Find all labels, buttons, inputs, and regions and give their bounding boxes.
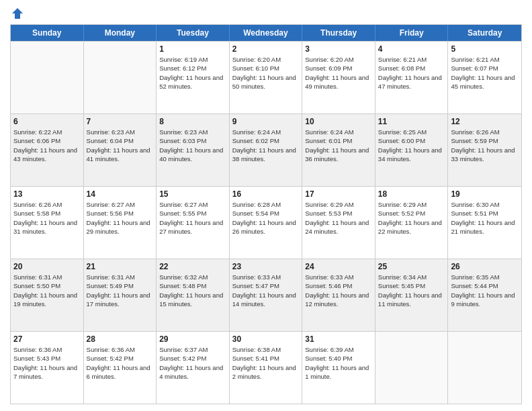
day-number: 9 (232, 116, 300, 127)
day-number: 30 (232, 334, 300, 345)
day-info: Sunrise: 6:21 AM Sunset: 6:08 PM Dayligh… (378, 55, 445, 91)
calendar-cell: 24Sunrise: 6:33 AM Sunset: 5:46 PM Dayli… (302, 259, 375, 331)
calendar-page: SundayMondayTuesdayWednesdayThursdayFrid… (0, 0, 532, 411)
day-info: Sunrise: 6:23 AM Sunset: 6:04 PM Dayligh… (87, 128, 154, 163)
svg-marker-0 (12, 8, 23, 19)
day-info: Sunrise: 6:33 AM Sunset: 5:46 PM Dayligh… (305, 273, 372, 308)
day-number: 17 (305, 189, 372, 199)
day-info: Sunrise: 6:22 AM Sunset: 6:06 PM Dayligh… (13, 128, 81, 163)
calendar-cell: 18Sunrise: 6:29 AM Sunset: 5:52 PM Dayli… (375, 187, 449, 259)
day-number: 8 (159, 116, 226, 127)
calendar-cell: 3Sunrise: 6:20 AM Sunset: 6:09 PM Daylig… (302, 42, 375, 113)
day-info: Sunrise: 6:36 AM Sunset: 5:43 PM Dayligh… (13, 345, 81, 381)
day-info: Sunrise: 6:31 AM Sunset: 5:49 PM Dayligh… (87, 273, 154, 308)
weekday-header: Thursday (302, 25, 375, 41)
calendar-cell: 8Sunrise: 6:23 AM Sunset: 6:03 PM Daylig… (157, 114, 230, 186)
weekday-header: Sunday (11, 25, 84, 41)
day-info: Sunrise: 6:24 AM Sunset: 6:01 PM Dayligh… (305, 128, 372, 163)
day-info: Sunrise: 6:19 AM Sunset: 6:12 PM Dayligh… (159, 55, 226, 91)
calendar-cell: 7Sunrise: 6:23 AM Sunset: 6:04 PM Daylig… (84, 114, 157, 186)
weekday-header: Friday (375, 25, 449, 41)
day-number: 2 (232, 44, 300, 54)
day-number: 26 (451, 261, 519, 272)
calendar-cell: 17Sunrise: 6:29 AM Sunset: 5:53 PM Dayli… (302, 187, 375, 259)
day-info: Sunrise: 6:24 AM Sunset: 6:02 PM Dayligh… (232, 128, 300, 163)
calendar-cell (448, 332, 521, 404)
day-info: Sunrise: 6:30 AM Sunset: 5:51 PM Dayligh… (451, 200, 519, 236)
day-number: 31 (305, 334, 372, 345)
calendar-cell (84, 42, 157, 113)
weekday-header: Tuesday (157, 25, 230, 41)
day-number: 18 (378, 189, 445, 199)
day-number: 24 (305, 261, 372, 272)
calendar-cell: 11Sunrise: 6:25 AM Sunset: 6:00 PM Dayli… (375, 114, 449, 186)
day-number: 28 (87, 334, 154, 345)
day-info: Sunrise: 6:32 AM Sunset: 5:48 PM Dayligh… (159, 273, 226, 308)
calendar-cell: 28Sunrise: 6:36 AM Sunset: 5:42 PM Dayli… (84, 332, 157, 404)
calendar-cell: 29Sunrise: 6:37 AM Sunset: 5:42 PM Dayli… (157, 332, 230, 404)
day-info: Sunrise: 6:29 AM Sunset: 5:52 PM Dayligh… (378, 200, 445, 236)
calendar-cell: 6Sunrise: 6:22 AM Sunset: 6:06 PM Daylig… (11, 114, 84, 186)
day-number: 15 (159, 189, 226, 199)
calendar-cell: 22Sunrise: 6:32 AM Sunset: 5:48 PM Dayli… (157, 259, 230, 331)
day-number: 7 (87, 116, 154, 127)
day-info: Sunrise: 6:26 AM Sunset: 5:58 PM Dayligh… (13, 200, 81, 236)
day-number: 29 (159, 334, 226, 345)
day-info: Sunrise: 6:25 AM Sunset: 6:00 PM Dayligh… (378, 128, 445, 163)
day-number: 10 (305, 116, 372, 127)
calendar-cell: 26Sunrise: 6:35 AM Sunset: 5:44 PM Dayli… (448, 259, 521, 331)
day-info: Sunrise: 6:27 AM Sunset: 5:55 PM Dayligh… (159, 200, 226, 236)
day-info: Sunrise: 6:21 AM Sunset: 6:07 PM Dayligh… (451, 55, 519, 91)
day-number: 22 (159, 261, 226, 272)
logo (10, 7, 25, 19)
day-info: Sunrise: 6:29 AM Sunset: 5:53 PM Dayligh… (305, 200, 372, 236)
day-info: Sunrise: 6:23 AM Sunset: 6:03 PM Dayligh… (159, 128, 226, 163)
calendar-cell: 30Sunrise: 6:38 AM Sunset: 5:41 PM Dayli… (230, 332, 303, 404)
calendar-cell (375, 332, 449, 404)
calendar-cell: 4Sunrise: 6:21 AM Sunset: 6:08 PM Daylig… (375, 42, 449, 113)
calendar-week: 20Sunrise: 6:31 AM Sunset: 5:50 PM Dayli… (11, 259, 521, 331)
header (10, 7, 522, 19)
day-number: 12 (451, 116, 519, 127)
day-info: Sunrise: 6:36 AM Sunset: 5:42 PM Dayligh… (87, 345, 154, 381)
day-number: 4 (378, 44, 445, 54)
logo-icon (11, 7, 24, 20)
day-info: Sunrise: 6:20 AM Sunset: 6:10 PM Dayligh… (232, 55, 300, 91)
day-number: 11 (378, 116, 445, 127)
calendar-cell: 2Sunrise: 6:20 AM Sunset: 6:10 PM Daylig… (230, 42, 303, 113)
calendar-cell: 15Sunrise: 6:27 AM Sunset: 5:55 PM Dayli… (157, 187, 230, 259)
calendar-week: 27Sunrise: 6:36 AM Sunset: 5:43 PM Dayli… (11, 331, 521, 404)
calendar: SundayMondayTuesdayWednesdayThursdayFrid… (10, 24, 522, 404)
day-number: 27 (13, 334, 81, 345)
calendar-cell: 27Sunrise: 6:36 AM Sunset: 5:43 PM Dayli… (11, 332, 84, 404)
calendar-cell: 1Sunrise: 6:19 AM Sunset: 6:12 PM Daylig… (157, 42, 230, 113)
day-number: 21 (87, 261, 154, 272)
calendar-cell (11, 42, 84, 113)
day-info: Sunrise: 6:31 AM Sunset: 5:50 PM Dayligh… (13, 273, 81, 308)
day-number: 23 (232, 261, 300, 272)
day-info: Sunrise: 6:27 AM Sunset: 5:56 PM Dayligh… (87, 200, 154, 236)
calendar-week: 13Sunrise: 6:26 AM Sunset: 5:58 PM Dayli… (11, 186, 521, 259)
day-info: Sunrise: 6:39 AM Sunset: 5:40 PM Dayligh… (305, 345, 372, 381)
day-number: 19 (451, 189, 519, 199)
calendar-cell: 25Sunrise: 6:34 AM Sunset: 5:45 PM Dayli… (375, 259, 449, 331)
day-info: Sunrise: 6:38 AM Sunset: 5:41 PM Dayligh… (232, 345, 300, 381)
calendar-cell: 19Sunrise: 6:30 AM Sunset: 5:51 PM Dayli… (448, 187, 521, 259)
calendar-cell: 9Sunrise: 6:24 AM Sunset: 6:02 PM Daylig… (230, 114, 303, 186)
day-info: Sunrise: 6:28 AM Sunset: 5:54 PM Dayligh… (232, 200, 300, 236)
calendar-week: 1Sunrise: 6:19 AM Sunset: 6:12 PM Daylig… (11, 41, 521, 113)
day-number: 6 (13, 116, 81, 127)
calendar-cell: 31Sunrise: 6:39 AM Sunset: 5:40 PM Dayli… (302, 332, 375, 404)
calendar-cell: 23Sunrise: 6:33 AM Sunset: 5:47 PM Dayli… (230, 259, 303, 331)
calendar-cell: 12Sunrise: 6:26 AM Sunset: 5:59 PM Dayli… (448, 114, 521, 186)
day-info: Sunrise: 6:34 AM Sunset: 5:45 PM Dayligh… (378, 273, 445, 308)
day-number: 25 (378, 261, 445, 272)
day-info: Sunrise: 6:20 AM Sunset: 6:09 PM Dayligh… (305, 55, 372, 91)
calendar-cell: 5Sunrise: 6:21 AM Sunset: 6:07 PM Daylig… (448, 42, 521, 113)
calendar-cell: 16Sunrise: 6:28 AM Sunset: 5:54 PM Dayli… (230, 187, 303, 259)
day-number: 5 (451, 44, 519, 54)
calendar-cell: 20Sunrise: 6:31 AM Sunset: 5:50 PM Dayli… (11, 259, 84, 331)
calendar-header: SundayMondayTuesdayWednesdayThursdayFrid… (11, 25, 521, 41)
weekday-header: Wednesday (230, 25, 303, 41)
calendar-week: 6Sunrise: 6:22 AM Sunset: 6:06 PM Daylig… (11, 113, 521, 186)
